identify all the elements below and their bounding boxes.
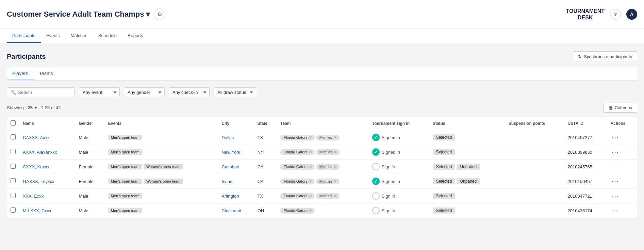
actions-menu-button[interactable]: ···	[611, 163, 621, 170]
select-all-checkbox[interactable]	[11, 120, 16, 126]
tab-reports[interactable]: Reports	[122, 29, 149, 43]
per-page-dropdown[interactable]: 25 ▾	[28, 105, 37, 110]
status-badge: Selected	[433, 193, 456, 199]
player-status: Selected	[429, 130, 505, 145]
player-sign-in: ✓Signed in	[369, 174, 429, 189]
player-usta-id: 2010150457	[564, 174, 607, 189]
player-team: Florida Gators✕Minnies✕	[277, 160, 369, 174]
player-usta-id: 2010457277	[564, 130, 607, 145]
remove-team-icon[interactable]: ✕	[309, 194, 312, 198]
row-checkbox-4[interactable]	[11, 193, 16, 198]
settings-button[interactable]: ⚙	[154, 9, 165, 20]
tab-players[interactable]: Players	[7, 67, 34, 80]
actions-menu-button[interactable]: ···	[611, 134, 621, 141]
sign-in-label[interactable]: Sign in	[382, 208, 395, 213]
player-suspension-points	[505, 174, 564, 189]
row-checkbox-1[interactable]	[11, 149, 16, 154]
player-events: Men's open team	[105, 189, 218, 203]
col-city: City	[218, 117, 254, 130]
remove-team-icon[interactable]: ✕	[309, 179, 312, 184]
event-tag: Men's open team	[108, 208, 142, 213]
player-name-link[interactable]: AXXX, Alexanxxx	[23, 150, 57, 155]
team-badge: Minnies✕	[316, 179, 340, 184]
player-status: Selected	[429, 203, 505, 218]
player-name-link[interactable]: CAXXX, Axxx	[23, 135, 50, 140]
player-events: Men's open team	[105, 130, 218, 145]
tab-matches[interactable]: Matches	[65, 29, 93, 43]
signed-in-check: ✓	[372, 178, 380, 185]
player-suspension-points	[505, 203, 564, 218]
sign-in-label: Signed in	[382, 150, 400, 155]
remove-team-icon[interactable]: ✕	[309, 150, 312, 154]
sign-in-label[interactable]: Sign in	[382, 164, 395, 169]
actions-menu-button[interactable]: ···	[611, 149, 621, 155]
player-state: TX	[254, 189, 277, 203]
player-status: Selected	[429, 145, 505, 160]
player-suspension-points	[505, 160, 564, 174]
avatar[interactable]: A	[626, 9, 637, 20]
table-row: AXXX, AlexanxxxMaleMen's open teamNew Yo…	[7, 145, 637, 160]
col-tournament-sign-in: Tournament sign in	[369, 117, 429, 130]
remove-team-icon[interactable]: ✕	[334, 150, 337, 154]
any-event-select[interactable]: Any event	[79, 87, 120, 97]
player-name-link[interactable]: GAXXX, Leyxxx	[23, 179, 54, 184]
row-checkbox-2[interactable]	[11, 164, 16, 169]
status-badge: Selected	[433, 149, 456, 155]
player-city[interactable]: New York	[221, 150, 240, 155]
any-checkin-select[interactable]: Any check-in	[169, 87, 210, 97]
any-gender-select[interactable]: Any gender	[124, 87, 165, 97]
actions-menu-button[interactable]: ···	[611, 207, 621, 214]
signed-in-check: ✓	[372, 134, 380, 141]
player-gender: Female	[75, 174, 104, 189]
player-city[interactable]: Dallas	[221, 135, 234, 140]
player-city[interactable]: Carlsbad	[221, 164, 239, 169]
col-actions: Actions	[607, 117, 637, 130]
tab-schedule[interactable]: Schedule	[93, 29, 122, 43]
player-gender: Male	[75, 130, 104, 145]
player-city[interactable]: Irvine	[221, 179, 232, 184]
remove-team-icon[interactable]: ✕	[309, 209, 312, 213]
player-suspension-points	[505, 145, 564, 160]
sync-participants-button[interactable]: ↻ Synchronize participants	[573, 51, 637, 62]
columns-button[interactable]: ▦ Columns	[604, 103, 637, 113]
row-checkbox-0[interactable]	[11, 134, 16, 139]
player-name-link[interactable]: XXX, Exxx	[23, 194, 44, 199]
player-name-link[interactable]: MILXXX, Cxxx	[23, 208, 51, 213]
remove-team-icon[interactable]: ✕	[309, 135, 312, 140]
status-badge: Unpaired	[457, 178, 480, 184]
players-table: Name Gender Events City State Team Tourn…	[7, 117, 637, 218]
player-name-link[interactable]: CXXX, Kaxxx	[23, 164, 49, 169]
remove-team-icon[interactable]: ✕	[309, 165, 312, 169]
all-draw-status-select[interactable]: All draw status	[214, 87, 256, 97]
player-sign-in: Sign in	[369, 189, 429, 203]
remove-team-icon[interactable]: ✕	[334, 165, 337, 169]
remove-team-icon[interactable]: ✕	[334, 194, 337, 198]
tab-teams[interactable]: Teams	[34, 67, 59, 80]
search-icon: 🔍	[11, 90, 16, 95]
remove-team-icon[interactable]: ✕	[334, 135, 337, 140]
tab-participants[interactable]: Participants	[7, 29, 41, 43]
row-checkbox-3[interactable]	[11, 178, 16, 183]
row-checkbox-5[interactable]	[11, 207, 16, 213]
sign-in-label[interactable]: Sign in	[382, 194, 395, 199]
table-row: CAXXX, AxxxMaleMen's open teamDallasTXFl…	[7, 130, 637, 145]
player-sign-in: ✓Signed in	[369, 130, 429, 145]
help-button[interactable]: ?	[610, 9, 621, 20]
actions-menu-button[interactable]: ···	[611, 178, 621, 185]
tab-events[interactable]: Events	[41, 29, 65, 43]
tournament-desk-label: TOURNAMENT DESK	[566, 8, 605, 21]
dropdown-arrow-icon[interactable]: ▾	[146, 10, 150, 19]
player-city[interactable]: Arlington	[221, 194, 239, 199]
player-gender: Male	[75, 203, 104, 218]
help-icon: ?	[614, 12, 617, 17]
team-badge: Florida Gators✕	[280, 208, 315, 214]
player-team: Florida Gators✕Minnies✕	[277, 145, 369, 160]
search-input[interactable]	[18, 90, 71, 95]
remove-team-icon[interactable]: ✕	[334, 179, 337, 184]
actions-menu-button[interactable]: ···	[611, 193, 621, 199]
player-status: Selected	[429, 189, 505, 203]
player-state: CA	[254, 174, 277, 189]
player-city[interactable]: Cincinnati	[221, 208, 241, 213]
team-badge: Minnies✕	[316, 149, 340, 155]
team-badge: Florida Gators✕	[280, 149, 315, 155]
